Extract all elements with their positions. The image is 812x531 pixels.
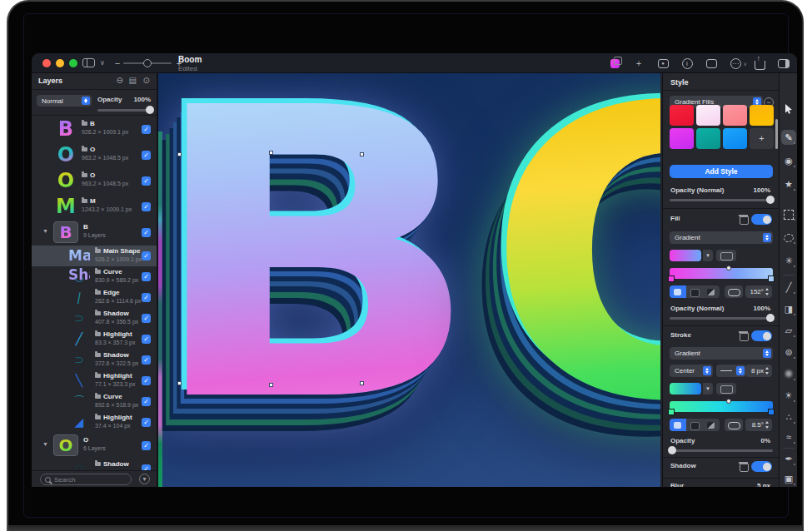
selection-handle[interactable] [360, 381, 364, 385]
layer-row-curve[interactable]: ◡ Curve 830.9 × 589.2 px ✓ [32, 266, 157, 287]
fill-gradient-preview[interactable]: ▼ [670, 250, 701, 261]
blur-tool[interactable] [781, 366, 796, 381]
style-swatch-teal[interactable] [696, 128, 720, 149]
angle-gradient-button[interactable] [703, 285, 720, 298]
group-header-o[interactable]: ▼ O O 6 Layers ✓ [32, 433, 157, 459]
layer-row-main-shape[interactable]: Main Shape Main Shape 926.2 × 1009.1 px … [32, 246, 157, 266]
stroke-width-field[interactable]: 8 px [745, 365, 772, 377]
visibility-checkbox[interactable]: ✓ [142, 272, 151, 281]
lasso-tool[interactable] [781, 230, 796, 245]
remove-layer-icon[interactable]: ⊖ [117, 76, 123, 85]
stroke-position-dropdown[interactable]: Center [670, 365, 713, 377]
gradient-midpoint[interactable] [726, 399, 731, 404]
stroke-type-dropdown[interactable]: Gradient [670, 347, 773, 360]
style-swatch-blue[interactable] [723, 128, 747, 149]
fill-angle-field[interactable]: 152° [745, 285, 772, 298]
visibility-checkbox[interactable]: ✓ [142, 397, 151, 406]
search-input[interactable]: Search [40, 474, 132, 485]
rect-select-tool[interactable] [781, 206, 796, 221]
color-swatch-icon[interactable] [608, 57, 621, 70]
layer-row-group-m[interactable]: M M 1243.2 × 1009.1 px ✓ [32, 194, 157, 220]
visibility-checkbox[interactable]: ✓ [142, 293, 151, 302]
visibility-checkbox[interactable]: ✓ [142, 376, 151, 385]
fill-toggle[interactable] [751, 214, 772, 225]
linear-gradient-button[interactable] [670, 285, 686, 298]
layer-row-group-o1[interactable]: O O 963.2 × 1048.5 px ✓ [32, 142, 157, 168]
selection-handle[interactable] [269, 383, 273, 387]
stepper-icon[interactable] [765, 420, 770, 429]
add-icon[interactable]: + [632, 57, 645, 70]
stroke-gradient-preview[interactable]: ▼ [670, 383, 701, 395]
layer-row-group-b[interactable]: B B 926.2 × 1009.1 px ✓ [32, 117, 157, 142]
radial-gradient-button[interactable] [686, 419, 703, 431]
layer-row-o-shadow[interactable]: ◠ Shadow 1047.8 × 593.1 px ✓ [32, 459, 157, 470]
style-swatch-pale-pink[interactable] [696, 105, 720, 126]
delete-shadow-icon[interactable] [740, 461, 747, 470]
selection-handle[interactable] [177, 381, 182, 385]
gradient-midpoint[interactable] [726, 266, 731, 270]
delete-fill-icon[interactable] [740, 214, 747, 223]
angle-gradient-button[interactable] [703, 419, 720, 431]
insert-image-icon[interactable]: ● [656, 57, 670, 70]
quick-select-tool[interactable]: ✳ [781, 253, 796, 268]
stepper-icon[interactable] [765, 366, 770, 375]
reverse-gradient-button[interactable] [725, 419, 743, 431]
gradient-type-segmented[interactable] [670, 285, 720, 298]
visibility-checkbox[interactable]: ✓ [142, 441, 151, 450]
slider-knob[interactable] [668, 446, 676, 454]
stroke-texture-button[interactable] [716, 383, 736, 395]
sidebar-toggle-icon[interactable] [82, 57, 95, 70]
shapes-tool[interactable]: ▣ [781, 471, 796, 486]
style-swatch-red[interactable] [670, 105, 694, 126]
slider-knob[interactable] [766, 314, 775, 322]
layer-row-shadow1[interactable]: ⊃ Shadow 407.8 × 356.5 px ✓ [32, 308, 157, 329]
zoom-slider-knob[interactable] [143, 59, 152, 67]
clone-tool[interactable]: ⊚ [781, 345, 796, 360]
smudge-tool[interactable]: ≈ [781, 429, 796, 444]
stroke-opacity-slider[interactable] [670, 449, 773, 452]
stroke-angle-field[interactable]: 8.5° [745, 419, 772, 431]
info-icon[interactable]: i [680, 57, 694, 70]
radial-gradient-button[interactable] [686, 285, 703, 298]
delete-stroke-icon[interactable] [740, 330, 747, 340]
stepper-icon[interactable] [765, 287, 770, 296]
visibility-checkbox[interactable]: ✓ [142, 125, 151, 134]
zoom-window-button[interactable] [69, 59, 77, 67]
fill-type-dropdown[interactable]: Gradient [670, 231, 773, 244]
layer-row-highlight2[interactable]: ╲ Highlight 77.1 × 323.3 px ✓ [32, 370, 157, 391]
transform-icon[interactable] [705, 57, 718, 70]
visibility-checkbox[interactable]: ✓ [142, 151, 151, 160]
add-swatch-button[interactable]: + [750, 128, 774, 149]
layer-row-edge[interactable]: ∣ Edge 262.6 × 1114.6 px ✓ [32, 287, 157, 308]
visibility-checkbox[interactable]: ✓ [142, 464, 151, 471]
chevron-down-icon[interactable]: ∨ [98, 57, 107, 70]
blend-mode-dropdown[interactable]: Normal [37, 95, 92, 107]
slider-knob[interactable] [766, 196, 775, 204]
sharpen-tool[interactable]: ☀ [781, 388, 796, 403]
layer-row-curve2[interactable]: ⌒ Curve 892.6 × 518.9 px ✓ [32, 391, 157, 412]
group-header-b[interactable]: ▼ B B 9 Layers ✓ [32, 220, 157, 246]
panel-scrollbar[interactable] [775, 119, 778, 149]
disclosure-chevron-icon[interactable]: ▼ [42, 228, 48, 234]
layer-opacity-slider[interactable] [670, 199, 773, 201]
style-swatch-salmon[interactable] [723, 105, 747, 126]
zoom-out-button[interactable]: − [113, 57, 122, 70]
stroke-line-style-dropdown[interactable] [716, 365, 746, 377]
line-tool[interactable]: ╱ [781, 280, 796, 295]
style-swatch-orange[interactable] [750, 105, 774, 126]
visibility-checkbox[interactable]: ✓ [142, 314, 151, 323]
minimize-button[interactable] [56, 59, 64, 67]
visibility-checkbox[interactable]: ✓ [142, 176, 151, 186]
isolate-layer-icon[interactable]: ⊙ [143, 76, 150, 85]
move-tool[interactable] [781, 102, 796, 117]
zoom-slider[interactable] [123, 62, 172, 64]
visibility-checkbox[interactable]: ✓ [142, 202, 151, 211]
reverse-gradient-button[interactable] [725, 285, 743, 298]
selection-handle[interactable] [177, 152, 182, 156]
selection-handle[interactable] [269, 151, 273, 155]
share-icon[interactable] [753, 57, 766, 70]
artwork-letter-o1[interactable]: O O O [485, 130, 660, 487]
visibility-checkbox[interactable]: ✓ [142, 228, 151, 237]
panels-toggle-icon[interactable] [777, 57, 790, 70]
gradient-stop-right[interactable] [768, 409, 775, 415]
